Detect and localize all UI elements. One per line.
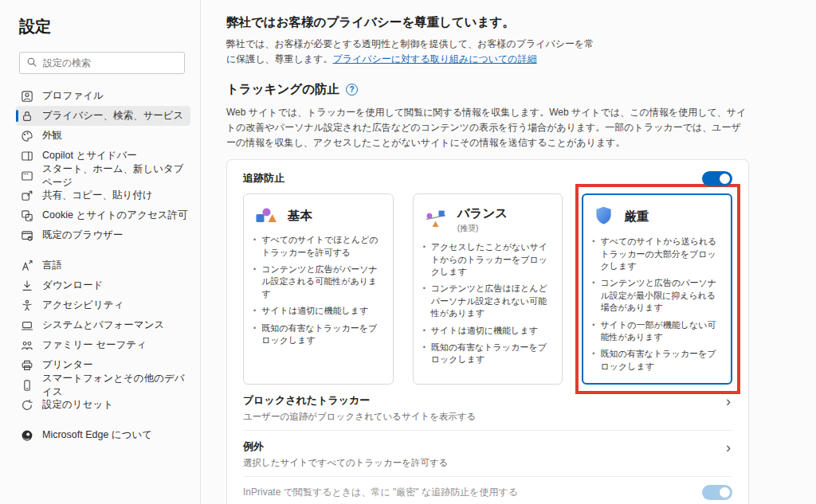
sidebar-item-accessibility[interactable]: アクセシビリティ [16,295,190,315]
bullet-icon: • [592,277,594,314]
share-icon [21,189,33,202]
bullet-icon: • [253,305,256,317]
card-bullet: サイトは適切に機能します [261,305,368,317]
bullet-icon: • [592,348,594,373]
card-bullet: 既知の有害なトラッカーをブロックします [431,342,553,366]
accessibility-icon [21,299,33,312]
sidebar-item-cookies-permissions[interactable]: Cookie とサイトのアクセス許可 [16,205,190,225]
sidebar-item-start-home-newtab[interactable]: スタート、ホーム、新しいタブ ページ [16,166,190,186]
inprivate-strict-label: InPrivate で閲覧するときは、常に "厳密" な追跡防止を使用する [243,486,518,499]
sidebar-item-label: 言語 [42,259,62,272]
sidebar-item-label: システムとパフォーマンス [42,318,164,332]
privacy-intro-section: 弊社ではお客様のプライバシーを尊重しています。 弊社では、お客様が必要とする透明… [226,14,749,67]
sidebar-item-label: 外観 [42,129,62,143]
edge-logo-icon [21,429,33,442]
tracking-level-cards: 基本 •すべてのサイトでほとんどのトラッカーを許可する •コンテンツと広告がパー… [243,193,732,385]
sidebar-icon [21,150,33,162]
inprivate-strict-row: InPrivate で閲覧するときは、常に "厳密" な追跡防止を使用する [243,477,732,504]
exceptions-title: 例外 [243,440,449,454]
help-icon[interactable]: ? [346,84,358,96]
laptop-icon [21,319,33,332]
privacy-intro-body: 弊社では、お客様が必要とする透明性と制御を提供して、お客様のプライバシーを常に保… [226,37,602,67]
cookie-permissions-icon [21,209,33,222]
sidebar-item-languages[interactable]: 言語 [16,256,190,275]
exceptions-subtitle: 選択したサイトですべてのトラッカーを許可する [243,457,449,469]
bullet-icon: • [253,264,256,300]
inprivate-strict-toggle[interactable] [702,485,732,500]
sidebar-item-privacy[interactable]: プライバシー、検索、サービス [16,106,190,126]
sidebar-item-label: プロファイル [42,89,104,103]
card-title-basic: 基本 [288,208,312,225]
printer-icon [21,359,33,372]
chevron-right-icon: › [726,394,731,423]
sidebar-item-about-edge[interactable]: Microsoft Edge について [16,425,190,445]
card-bullet: すべてのサイトから送られるトラッカーの大部分をブロックします [601,236,723,272]
reset-icon [21,399,33,412]
sidebar-item-default-browser[interactable]: 既定のブラウザー [16,225,190,245]
privacy-commitment-link[interactable]: プライバシーに対する取り組みについての詳細 [332,53,536,64]
sidebar-item-label: ファミリー セーフティ [42,338,147,352]
bullet-icon: • [423,283,426,319]
card-bullet: 既知の有害なトラッカーをブロックします [601,348,723,373]
tracking-prevention-description: Web サイトでは、トラッカーを使用して閲覧に関する情報を収集します。Web サ… [226,105,749,150]
tracking-prevention-toggle[interactable] [702,171,732,186]
bullet-icon: • [253,322,256,347]
bullet-icon: • [423,325,426,337]
sidebar-group-gap [19,415,186,425]
search-input[interactable] [43,57,178,68]
basic-shapes-icon [255,205,277,227]
edge-settings-window: 設定 プロファイル プライバシー、検索、サービス 外観 Copilot [0,0,816,504]
sidebar-item-downloads[interactable]: ダウンロード [16,275,190,295]
sidebar-item-reset-settings[interactable]: 設定のリセット [16,395,190,415]
settings-search-box[interactable] [19,52,185,74]
blocked-trackers-row[interactable]: ブロックされたトラッカー ユーザーの追跡がブロックされているサイトを表示する › [243,385,732,430]
card-bullet: コンテンツと広告のパーソナル設定が最小限に抑えられる場合があります [601,277,723,314]
tracking-level-card-basic[interactable]: 基本 •すべてのサイトでほとんどのトラッカーを許可する •コンテンツと広告がパー… [243,193,394,385]
sidebar-item-label: Microsoft Edge について [42,428,152,442]
sidebar-item-phone-devices[interactable]: スマートフォンとその他のデバイス [16,375,190,395]
sidebar-item-label: プライバシー、検索、サービス [42,109,183,123]
card-bullet: サイトは適切に機能します [431,325,538,337]
window-icon [21,170,33,182]
sidebar-item-profiles[interactable]: プロファイル [16,86,190,106]
phone-icon [21,379,33,392]
bullet-icon: • [253,234,256,259]
chevron-right-icon: › [726,440,731,469]
download-icon [21,279,33,292]
profile-icon [21,90,33,103]
card-title-strict: 厳重 [624,209,649,225]
sidebar-nav: プロファイル プライバシー、検索、サービス 外観 Copilot とサイドバー … [19,86,186,445]
sidebar-item-label: アクセシビリティ [42,299,124,312]
card-bullet: アクセスしたことがないサイトからのトラッカーをブロックします [431,241,553,278]
blocked-trackers-subtitle: ユーザーの追跡がブロックされているサイトを表示する [243,411,477,423]
blocked-trackers-title: ブロックされたトラッカー [243,393,477,408]
settings-sidebar: 設定 プロファイル プライバシー、検索、サービス 外観 Copilot [0,0,201,504]
sidebar-item-system-performance[interactable]: システムとパフォーマンス [16,315,190,335]
family-icon [21,339,33,352]
card-bullet: すべてのサイトでほとんどのトラッカーを許可する [261,234,383,259]
settings-main-content: 弊社ではお客様のプライバシーを尊重しています。 弊社では、お客様が必要とする透明… [201,0,816,504]
sidebar-item-label: 設定のリセット [42,398,113,412]
page-title: 設定 [19,16,186,37]
sidebar-item-label: 既定のブラウザー [42,229,123,242]
tracking-prevention-section: トラッキングの防止 ? Web サイトでは、トラッカーを使用して閲覧に関する情報… [226,81,749,504]
sidebar-item-family-safety[interactable]: ファミリー セーフティ [16,335,190,355]
privacy-intro-heading: 弊社ではお客様のプライバシーを尊重しています。 [226,14,749,31]
shield-icon [594,205,614,229]
sidebar-item-label: プリンター [42,358,93,372]
sidebar-item-appearance[interactable]: 外観 [16,126,190,146]
tracking-prevention-panel: 追跡防止 基本 [226,159,749,504]
bullet-icon: • [592,319,594,344]
card-bullet: サイトの一部が機能しない可能性があります [601,319,723,344]
search-icon [26,57,37,70]
card-subtitle-recommended: (推奨) [457,223,508,234]
bullet-icon: • [423,241,426,278]
exceptions-row[interactable]: 例外 選択したサイトですべてのトラッカーを許可する › [243,431,732,476]
card-bullet: コンテンツと広告はほとんどパーソナル設定されない可能性があります [431,283,553,319]
card-bullet: 既知の有害なトラッカーをブロックします [261,322,383,347]
sidebar-item-label: Cookie とサイトのアクセス許可 [42,209,188,222]
tracking-level-card-strict[interactable]: 厳重 •すべてのサイトから送られるトラッカーの大部分をブロックします •コンテン… [582,193,732,385]
tracking-level-card-balanced[interactable]: バランス (推奨) •アクセスしたことがないサイトからのトラッカーをブロックしま… [413,193,563,385]
sidebar-item-share-copy-paste[interactable]: 共有、コピー、貼り付け [16,186,190,205]
language-icon [21,260,33,272]
